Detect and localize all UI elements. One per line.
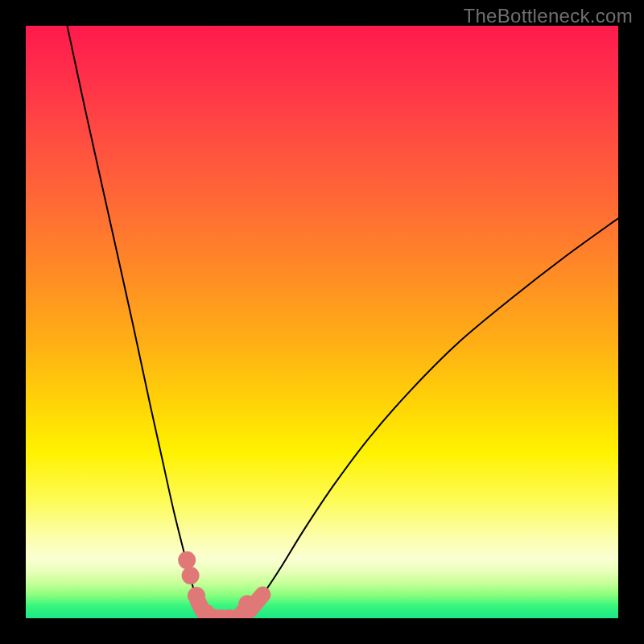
watermark-text: TheBottleneck.com — [463, 5, 633, 27]
plot-area — [26, 26, 618, 618]
left-curve — [68, 26, 213, 618]
curves-overlay — [26, 26, 618, 618]
highlight-dot — [238, 595, 256, 613]
right-curve — [239, 218, 618, 618]
highlight-dots — [178, 551, 256, 618]
highlight-dot — [182, 567, 200, 584]
highlight-dot — [178, 551, 196, 569]
highlight-dot — [188, 587, 205, 605]
chart-frame: TheBottleneck.com — [0, 0, 644, 644]
